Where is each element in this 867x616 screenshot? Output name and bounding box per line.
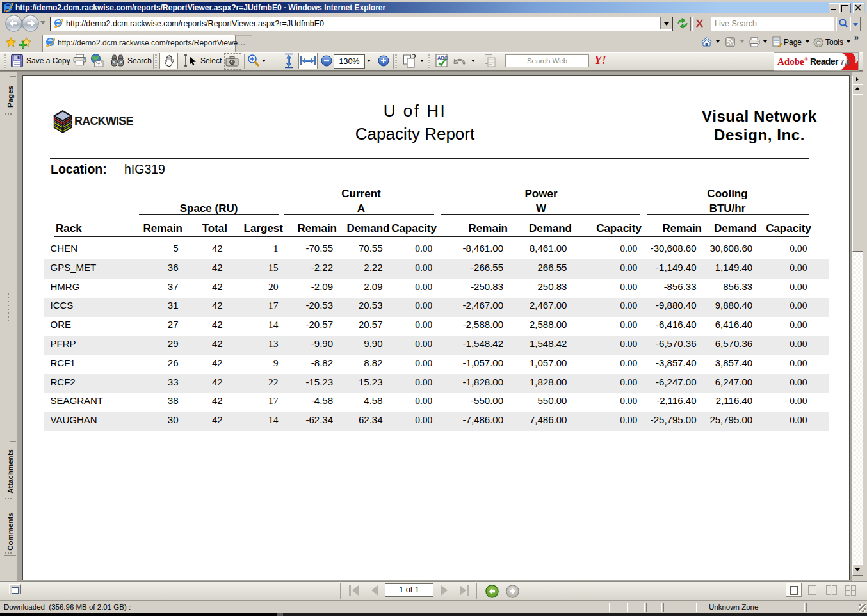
svg-text:ABC: ABC xyxy=(437,55,448,61)
